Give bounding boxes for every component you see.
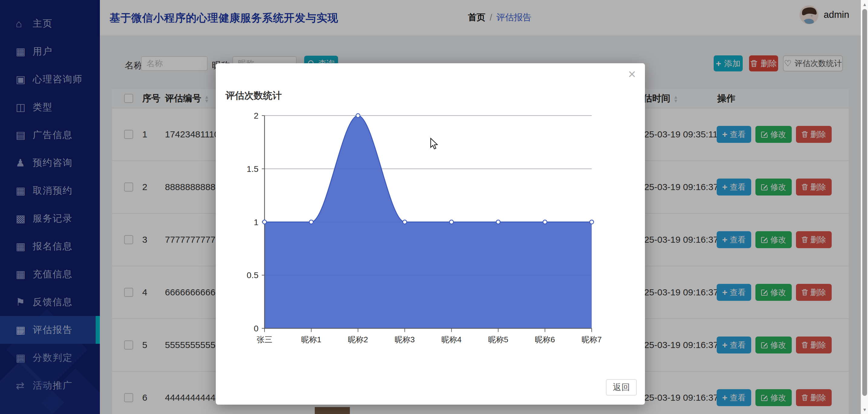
svg-text:昵称5: 昵称5 <box>488 335 508 344</box>
scroll-up-icon[interactable]: ▲ <box>861 2 868 7</box>
scroll-down-icon[interactable]: ▼ <box>861 407 868 412</box>
svg-text:昵称7: 昵称7 <box>582 335 602 344</box>
close-icon[interactable]: × <box>628 67 636 81</box>
svg-text:1: 1 <box>254 218 258 227</box>
svg-text:0: 0 <box>254 324 258 333</box>
chart-title: 评估次数统计 <box>225 89 282 102</box>
svg-text:张三: 张三 <box>257 335 272 344</box>
back-button[interactable]: 返回 <box>606 379 637 395</box>
svg-text:0.5: 0.5 <box>247 270 258 280</box>
page-scrollbar[interactable]: ▲ ▼ <box>861 0 868 414</box>
svg-text:2: 2 <box>254 111 258 121</box>
svg-text:昵称3: 昵称3 <box>395 335 415 344</box>
scrollbar-thumb[interactable] <box>862 9 867 396</box>
svg-text:昵称4: 昵称4 <box>441 335 461 344</box>
svg-text:昵称2: 昵称2 <box>348 335 368 344</box>
svg-text:昵称1: 昵称1 <box>301 335 321 344</box>
mouse-cursor <box>430 138 440 150</box>
svg-text:昵称6: 昵称6 <box>535 335 555 344</box>
svg-text:1.5: 1.5 <box>247 164 258 174</box>
eval-count-chart: 00.511.52张三昵称1昵称2昵称3昵称4昵称5昵称6昵称7 <box>216 63 645 405</box>
eval-stats-modal: 00.511.52张三昵称1昵称2昵称3昵称4昵称5昵称6昵称7 × 评估次数统… <box>216 63 645 405</box>
